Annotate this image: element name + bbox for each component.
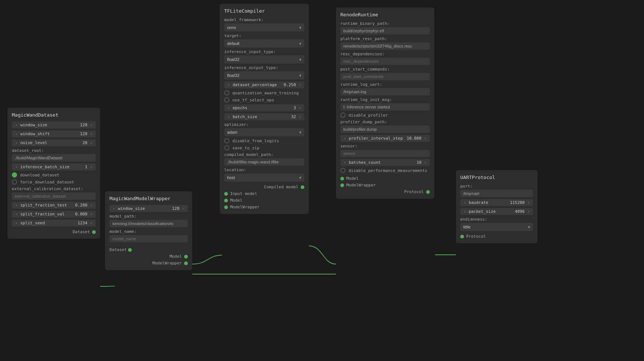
download-dataset-toggle-row[interactable]: download_dataset xyxy=(12,172,96,178)
runtime-binary-path-input[interactable] xyxy=(340,27,430,35)
model-path-input[interactable] xyxy=(109,220,188,227)
window-size-decrement[interactable]: ‹ xyxy=(14,123,19,127)
force-download-toggle[interactable] xyxy=(12,179,17,185)
baudrate-decrement[interactable]: ‹ xyxy=(462,200,467,205)
noise-level-decrement[interactable]: ‹ xyxy=(14,140,19,145)
packet-size-decrement[interactable]: ‹ xyxy=(462,209,467,214)
tflite-model-in-port[interactable] xyxy=(224,199,228,202)
port-input[interactable] xyxy=(460,190,533,197)
endianness-select[interactable]: little xyxy=(460,223,533,231)
profiler-interval-decrement[interactable]: ‹ xyxy=(343,136,347,141)
packet-size-increment[interactable]: › xyxy=(526,209,531,214)
epochs-decrement[interactable]: ‹ xyxy=(226,105,231,110)
batches-count-decrement[interactable]: ‹ xyxy=(343,160,347,165)
split-seed-increment[interactable]: › xyxy=(89,221,94,225)
runtime-log-uart-input[interactable] xyxy=(340,88,430,95)
use-tf-select-toggle[interactable] xyxy=(224,97,229,103)
resc-dependencies-input[interactable] xyxy=(340,58,430,65)
mw-window-size-increment[interactable]: › xyxy=(181,206,186,211)
quantization-toggle-row[interactable]: quantization_aware_training xyxy=(224,90,304,95)
inference-batch-size-stepper[interactable]: ‹ inference_batch_size 1 › xyxy=(12,163,96,170)
save-to-zip-toggle[interactable] xyxy=(224,145,229,150)
inference-output-type-select[interactable]: float32 xyxy=(224,71,304,79)
mw-model-wrapper-out-label: ModelWrapper xyxy=(153,261,182,266)
mw-model-out-port[interactable] xyxy=(184,255,188,258)
disable-from-logits-toggle[interactable] xyxy=(224,138,229,143)
dataset-percentage-stepper[interactable]: ‹ dataset_percentage 0.250 › xyxy=(224,81,304,88)
noise-level-increment[interactable]: › xyxy=(89,140,94,145)
use-tf-select-toggle-row[interactable]: use_tf_select_ops xyxy=(224,97,304,103)
force-download-toggle-row[interactable]: force_download_dataset xyxy=(12,179,96,185)
disable-profiler-toggle[interactable] xyxy=(340,113,346,118)
node-tflite-compiler: TFLiteCompiler model_framework: onnx ▼ t… xyxy=(220,4,309,214)
profiler-dump-path-label: profiler_dump_path: xyxy=(340,120,430,124)
window-size-stepper[interactable]: ‹ window_size 128 › xyxy=(12,121,96,129)
external-cal-input[interactable] xyxy=(12,192,96,200)
disable-performance-toggle[interactable] xyxy=(340,168,346,173)
window-shift-decrement[interactable]: ‹ xyxy=(14,131,19,136)
dataset-in-port[interactable] xyxy=(128,248,132,252)
split-fraction-test-increment[interactable]: › xyxy=(89,203,94,208)
dataset-pct-decrement[interactable]: ‹ xyxy=(226,82,231,87)
runtime-binary-path-label: runtime_binary_path: xyxy=(340,21,430,26)
batches-count-stepper[interactable]: ‹ batches_count 10 › xyxy=(340,159,430,166)
inference-batch-decrement[interactable]: ‹ xyxy=(14,165,19,169)
location-select[interactable]: host xyxy=(224,173,304,182)
download-dataset-toggle[interactable] xyxy=(12,172,17,178)
dataset-out-port[interactable] xyxy=(92,230,96,234)
baudrate-stepper[interactable]: ‹ baudrate 115200 › xyxy=(460,199,533,206)
mw-model-wrapper-out-port[interactable] xyxy=(184,261,188,265)
optimizer-select[interactable]: adam xyxy=(224,128,304,136)
inference-batch-increment[interactable]: › xyxy=(89,165,94,169)
packet-size-stepper[interactable]: ‹ packet_size 4096 › xyxy=(460,208,533,215)
window-size-increment[interactable]: › xyxy=(89,123,94,127)
split-fraction-val-increment[interactable]: › xyxy=(89,212,94,217)
runtime-log-init-msg-label: runtime_log_init_msg: xyxy=(340,97,430,102)
inference-input-type-select[interactable]: float32 xyxy=(224,55,304,64)
baudrate-increment[interactable]: › xyxy=(526,200,531,205)
mw-window-size-decrement[interactable]: ‹ xyxy=(112,206,117,211)
renode-protocol-out-port[interactable] xyxy=(426,190,430,194)
mw-window-size-stepper[interactable]: ‹ window_size 128 › xyxy=(109,205,188,212)
split-fraction-test-decrement[interactable]: ‹ xyxy=(14,203,19,208)
disable-from-logits-toggle-row[interactable]: disable_from_logits xyxy=(224,138,304,143)
window-shift-increment[interactable]: › xyxy=(89,131,94,136)
epochs-increment[interactable]: › xyxy=(297,105,302,110)
batch-size-increment[interactable]: › xyxy=(297,114,302,119)
batches-count-increment[interactable]: › xyxy=(423,160,428,165)
disable-performance-toggle-row[interactable]: disable_performance_measurements xyxy=(340,168,430,173)
profiler-interval-stepper[interactable]: ‹ profiler_interval_step 10.000 › xyxy=(340,135,430,142)
split-seed-stepper[interactable]: ‹ split_seed 1234 › xyxy=(12,219,96,227)
uart-protocol-in-port[interactable] xyxy=(460,235,464,238)
platform-resc-path-input[interactable] xyxy=(340,42,430,50)
epochs-stepper[interactable]: ‹ epochs 3 › xyxy=(224,104,304,111)
split-seed-decrement[interactable]: ‹ xyxy=(14,221,19,225)
batch-size-decrement[interactable]: ‹ xyxy=(226,114,231,119)
compiled-model-out-port[interactable] xyxy=(301,185,304,189)
noise-level-stepper[interactable]: ‹ noise_level 20 › xyxy=(12,139,96,146)
split-fraction-val-stepper[interactable]: ‹ split_fraction_val 0.000 › xyxy=(12,211,96,218)
model-framework-select[interactable]: onnx xyxy=(224,23,304,32)
split-fraction-test-stepper[interactable]: ‹ split_fraction_test 0.200 › xyxy=(12,202,96,209)
runtime-log-init-msg-input[interactable] xyxy=(340,103,430,111)
disable-profiler-toggle-row[interactable]: disable_profiler xyxy=(340,113,430,118)
compiled-model-path-input[interactable] xyxy=(224,158,304,166)
baudrate-value: 115200 xyxy=(510,200,525,205)
renode-modelwrapper-in-port[interactable] xyxy=(340,183,344,187)
quantization-toggle[interactable] xyxy=(224,90,229,95)
sensor-input[interactable] xyxy=(340,150,430,157)
input-model-in-port[interactable] xyxy=(224,192,228,196)
post-start-commands-input[interactable] xyxy=(340,73,430,80)
profiler-dump-path-input[interactable] xyxy=(340,126,430,133)
dataset-root-input[interactable] xyxy=(12,154,96,162)
batch-size-stepper[interactable]: ‹ batch_size 32 › xyxy=(224,113,304,120)
split-fraction-val-decrement[interactable]: ‹ xyxy=(14,212,19,217)
dataset-pct-increment[interactable]: › xyxy=(297,82,302,87)
tflite-modelwrapper-in-port[interactable] xyxy=(224,205,228,209)
window-shift-stepper[interactable]: ‹ window_shift 128 › xyxy=(12,130,96,137)
target-select[interactable]: default xyxy=(224,39,304,48)
model-name-input[interactable] xyxy=(109,235,188,243)
profiler-interval-increment[interactable]: › xyxy=(423,136,428,141)
save-to-zip-toggle-row[interactable]: save_to_zip xyxy=(224,145,304,150)
renode-model-in-port[interactable] xyxy=(340,177,344,180)
